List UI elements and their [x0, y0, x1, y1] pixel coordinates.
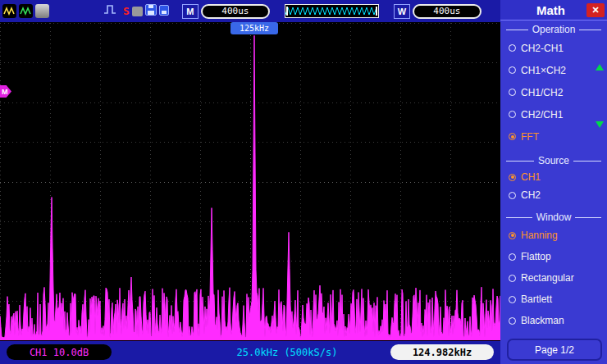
bottom-status-bar: CH1 10.0dB 25.0kHz (500kS/s) 124.982kHz — [0, 341, 500, 364]
utility-icon — [35, 4, 49, 18]
fft-spectrum-plot — [0, 23, 500, 340]
waveform-preview — [285, 4, 379, 18]
radio-icon — [509, 232, 516, 239]
option-label: CH2 — [521, 189, 541, 201]
option-ch2-ch1[interactable]: CH2/CH1 — [500, 103, 607, 125]
option-label: Rectangular — [521, 272, 574, 284]
option-label: CH1 — [521, 171, 541, 183]
section-operation: OperationCH2-CH1CH1×CH2CH1/CH2CH2/CH1FFT — [500, 22, 607, 148]
option-label: Bartlett — [521, 293, 552, 305]
stop-indicator: S — [123, 5, 130, 17]
radio-icon — [509, 317, 516, 325]
option-ch1-ch2[interactable]: CH1/CH2 — [500, 81, 607, 103]
main-timebase-readout: 400us — [201, 4, 270, 19]
option-label: FFT — [521, 131, 539, 143]
scroll-up-icon — [596, 64, 604, 71]
window-timebase-label: W — [394, 4, 410, 19]
option-label: CH2/CH1 — [521, 109, 563, 121]
option-ch2[interactable]: CH2 — [500, 186, 607, 204]
option-label: CH2-CH1 — [521, 43, 564, 54]
option-blackman[interactable]: Blackman — [500, 310, 607, 331]
math-scale-readout: CH1 10.0dB — [7, 344, 112, 360]
ch1-waveform-icon — [2, 4, 16, 18]
fft-trace — [0, 35, 500, 340]
save-disk-icon — [145, 4, 157, 19]
option-label: CH1/CH2 — [521, 87, 563, 98]
save-small-icon — [159, 4, 169, 19]
option-hanning[interactable]: Hanning — [500, 225, 607, 246]
main-timebase-label: M — [182, 4, 199, 19]
radio-icon — [509, 192, 516, 199]
option-ch1-ch2[interactable]: CH1×CH2 — [500, 59, 607, 81]
radio-icon — [509, 44, 516, 52]
radio-icon — [509, 66, 516, 74]
usb-icon — [132, 7, 143, 16]
fft-scale-readout: 25.0kHz (500kS/s) — [197, 347, 377, 358]
menu-sections: OperationCH2-CH1CH1×CH2CH1/CH2CH2/CH1FFT… — [500, 20, 607, 331]
radio-icon — [509, 296, 516, 303]
oscilloscope-screen: S M 400us W 400us 125kHz M CH1 10.0dB 25… — [0, 0, 607, 364]
frequency-counter: 124.982kHz — [390, 344, 494, 360]
pulse-trigger-icon — [103, 3, 119, 20]
option-fft[interactable]: FFT — [500, 125, 607, 148]
page-button[interactable]: Page 1/2 — [507, 339, 602, 361]
option-label: CH1×CH2 — [521, 65, 566, 76]
section-label: Source — [538, 155, 569, 166]
option-flattop[interactable]: Flattop — [500, 246, 607, 267]
section-header-window: Window — [500, 210, 607, 225]
radio-icon — [509, 89, 516, 96]
option-label: Blackman — [521, 315, 564, 326]
peak-frequency-badge: 125kHz — [230, 22, 278, 34]
math-menu-panel: Math ✕ OperationCH2-CH1CH1×CH2CH1/CH2CH2… — [500, 0, 607, 364]
waveform-display: 125kHz M — [0, 22, 500, 341]
option-rectangular[interactable]: Rectangular — [500, 267, 607, 289]
section-header-operation: Operation — [500, 22, 607, 37]
close-icon[interactable]: ✕ — [586, 3, 605, 17]
section-label: Window — [536, 212, 572, 223]
section-header-source: Source — [500, 153, 607, 168]
option-bartlett[interactable]: Bartlett — [500, 289, 607, 310]
window-left-marker — [286, 7, 288, 16]
section-source: SourceCH1CH2 — [500, 153, 607, 204]
ch2-waveform-icon — [19, 4, 33, 18]
window-timebase-readout: 400us — [413, 4, 481, 19]
radio-icon — [509, 111, 516, 118]
option-label: Hanning — [521, 230, 558, 241]
radio-icon — [509, 133, 516, 140]
top-status-bar: S M 400us W 400us — [0, 0, 500, 22]
radio-icon — [509, 174, 516, 181]
menu-title: Math — [500, 3, 586, 17]
window-right-marker — [376, 7, 377, 16]
menu-title-bar: Math ✕ — [500, 0, 607, 20]
option-ch2-ch1[interactable]: CH2-CH1 — [500, 37, 607, 59]
radio-icon — [509, 253, 516, 261]
option-ch1[interactable]: CH1 — [500, 168, 607, 186]
scroll-down-icon — [596, 121, 604, 128]
section-label: Operation — [532, 24, 576, 35]
section-window: WindowHanningFlattopRectangularBartlettB… — [500, 210, 607, 331]
radio-icon — [509, 275, 516, 282]
option-label: Flattop — [521, 251, 551, 262]
